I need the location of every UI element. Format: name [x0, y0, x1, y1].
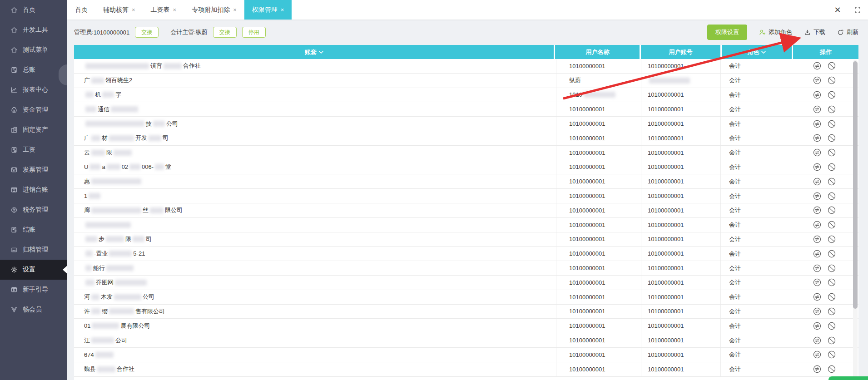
transfer-icon[interactable]	[813, 264, 821, 272]
fullscreen-icon[interactable]	[853, 5, 863, 15]
ban-icon[interactable]	[828, 148, 836, 157]
ban-icon[interactable]	[828, 250, 836, 258]
refresh-button[interactable]: 刷新	[837, 28, 858, 36]
sidebar-item-归档管理[interactable]: 归档管理	[0, 240, 67, 260]
guide-icon	[10, 286, 18, 294]
tab-工资表[interactable]: 工资表×	[143, 0, 184, 20]
column-header-操作: 操作	[793, 45, 858, 59]
sidebar-item-报表中心[interactable]: 报表中心	[0, 80, 67, 100]
tab-权限管理[interactable]: 权限管理×	[244, 0, 292, 20]
tab-close-icon[interactable]: ×	[132, 7, 135, 13]
transfer-icon[interactable]	[813, 206, 821, 214]
sidebar-item-总账[interactable]: 总账	[0, 60, 67, 80]
actions-cell	[791, 131, 857, 145]
column-header-账套[interactable]: 账套	[74, 45, 554, 59]
sidebar-item-税务管理[interactable]: 税务管理	[0, 200, 67, 220]
ban-icon[interactable]	[828, 120, 836, 128]
tab-首页[interactable]: 首页	[67, 0, 95, 20]
tab-close-icon[interactable]: ×	[173, 7, 177, 13]
sidebar-item-资金管理[interactable]: 资金管理	[0, 100, 67, 120]
redacted-blur	[115, 280, 147, 286]
transfer-icon[interactable]	[813, 235, 821, 243]
transfer-icon[interactable]	[813, 221, 821, 229]
tab-close-icon[interactable]: ×	[281, 7, 284, 13]
permission-table: 账套用户名称用户账号角色操作 镇育合作社10100000001101000000…	[74, 45, 858, 380]
transfer-icon[interactable]	[813, 250, 821, 258]
transfer-icon[interactable]	[813, 105, 821, 114]
transfer-icon[interactable]	[813, 163, 821, 171]
column-header-角色[interactable]: 角色	[722, 45, 792, 59]
table-row: 技公司1010000000110100000001会计	[74, 117, 858, 131]
tab-专项附加扣除[interactable]: 专项附加扣除×	[184, 0, 244, 20]
scrollbar-thumb[interactable]	[853, 61, 858, 309]
ban-icon[interactable]	[828, 163, 836, 171]
transfer-icon[interactable]	[813, 192, 821, 200]
table-row: 江公司1010000000110100000001会计	[74, 333, 858, 348]
transfer-icon[interactable]	[813, 322, 821, 330]
sidebar-item-固定资产[interactable]: 固定资产	[0, 120, 67, 140]
transfer-icon[interactable]	[813, 62, 821, 70]
sidebar-item-设置[interactable]: 设置	[0, 260, 67, 280]
add-role-button[interactable]: 添加角色	[759, 28, 792, 36]
tab-辅助核算[interactable]: 辅助核算×	[95, 0, 143, 20]
ban-icon[interactable]	[828, 91, 836, 99]
ban-icon[interactable]	[828, 206, 836, 214]
ban-icon[interactable]	[828, 365, 836, 373]
disable-button[interactable]: 停用	[242, 27, 266, 38]
ban-icon[interactable]	[828, 293, 836, 301]
cell-text: 会计	[729, 322, 741, 330]
close-icon[interactable]: ✕	[833, 5, 843, 15]
ban-icon[interactable]	[828, 105, 836, 114]
ban-icon[interactable]	[828, 350, 836, 359]
ban-icon[interactable]	[828, 178, 836, 186]
transfer-icon[interactable]	[813, 76, 821, 84]
permission-settings-button[interactable]: 权限设置	[707, 25, 747, 40]
user-name-cell: 10100000001	[556, 146, 641, 160]
transfer-icon[interactable]	[813, 336, 821, 345]
chevron-down-icon[interactable]	[319, 51, 323, 54]
transfer-icon[interactable]	[813, 120, 821, 128]
download-button[interactable]: 下载	[804, 28, 825, 36]
redacted-blur	[91, 308, 100, 314]
transfer-icon[interactable]	[813, 278, 821, 286]
transfer-icon[interactable]	[813, 178, 821, 186]
ban-icon[interactable]	[828, 62, 836, 70]
transfer-icon[interactable]	[813, 293, 821, 301]
user-account-cell	[641, 74, 721, 88]
sidebar-item-发票管理[interactable]: 发票管理	[0, 160, 67, 180]
ban-icon[interactable]	[828, 264, 836, 272]
ban-icon[interactable]	[828, 221, 836, 229]
sidebar-item-畅会员[interactable]: 畅会员	[0, 300, 67, 320]
ban-icon[interactable]	[828, 76, 836, 84]
chevron-down-icon[interactable]	[761, 51, 766, 54]
handover-button-2[interactable]: 交接	[213, 27, 237, 38]
sidebar-item-开发工具[interactable]: 开发工具	[0, 20, 67, 40]
sidebar-item-测试菜单[interactable]: 测试菜单	[0, 40, 67, 60]
transfer-icon[interactable]	[813, 91, 821, 99]
table-row: 乔图网1010000000110100000001会计	[74, 276, 858, 290]
transfer-icon[interactable]	[813, 307, 821, 316]
ban-icon[interactable]	[828, 134, 836, 142]
ban-icon[interactable]	[828, 307, 836, 316]
sidebar-item-工资[interactable]: 工资	[0, 140, 67, 160]
sidebar-item-label: 归档管理	[23, 246, 48, 254]
cell-text: 5-21	[133, 250, 145, 257]
sidebar-item-结账[interactable]: 结账	[0, 220, 67, 240]
handover-button[interactable]: 交接	[135, 27, 159, 38]
cell-text: 合作社	[117, 365, 134, 373]
sidebar-item-新手引导[interactable]: 新手引导	[0, 280, 67, 300]
tab-close-icon[interactable]: ×	[233, 7, 237, 13]
account-set-cell: 镇育合作社	[74, 59, 556, 73]
ban-icon[interactable]	[828, 322, 836, 330]
transfer-icon[interactable]	[813, 148, 821, 157]
ban-icon[interactable]	[828, 278, 836, 286]
sidebar-item-进销台账[interactable]: 进销台账	[0, 180, 67, 200]
transfer-icon[interactable]	[813, 350, 821, 359]
transfer-icon[interactable]	[813, 134, 821, 142]
transfer-icon[interactable]	[813, 365, 821, 373]
ban-icon[interactable]	[828, 235, 836, 243]
actions-cell	[791, 319, 857, 333]
ban-icon[interactable]	[828, 192, 836, 200]
ban-icon[interactable]	[828, 336, 836, 345]
sidebar-item-首页[interactable]: 首页	[0, 0, 67, 20]
